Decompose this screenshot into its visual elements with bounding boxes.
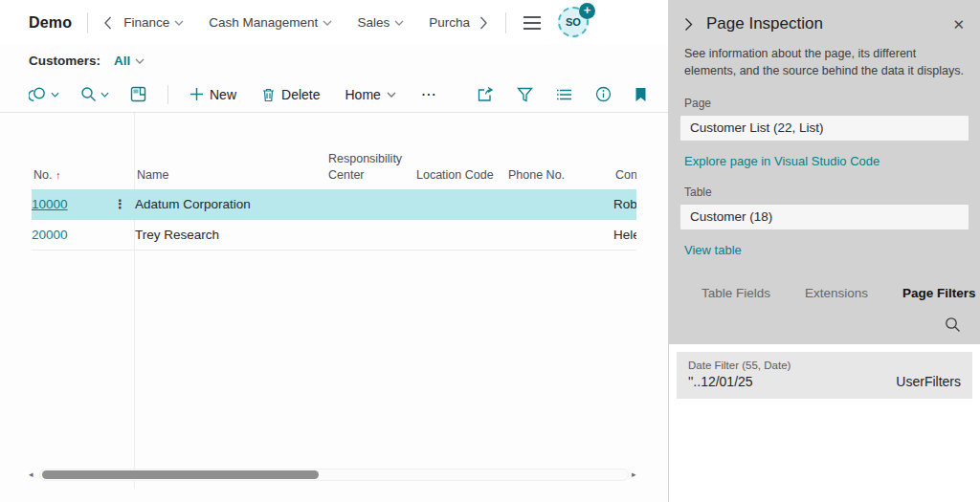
filter-source: UserFilters: [896, 374, 961, 389]
column-header-location-code[interactable]: Location Code: [416, 167, 508, 184]
views-menu-button[interactable]: [29, 86, 59, 103]
share-button[interactable]: [477, 86, 494, 102]
nav-item-finance[interactable]: Finance: [123, 15, 184, 30]
column-header-name[interactable]: Name: [137, 167, 328, 184]
table-row[interactable]: 10000 ⋮ Adatum Corporation Rob: [32, 189, 636, 220]
nav-label: Cash Management: [209, 15, 318, 30]
scrollbar-track[interactable]: [39, 469, 629, 481]
share-icon: [477, 86, 494, 102]
nav-label: Finance: [123, 15, 169, 30]
search-button[interactable]: [80, 86, 109, 102]
table-header-row: No. ↑ Name Responsibility Center Locatio…: [32, 113, 636, 189]
page-filters-list: Date Filter (55, Date) ''..12/01/25 User…: [669, 344, 980, 502]
scroll-left-arrow-icon[interactable]: ◂: [29, 470, 36, 479]
menu-icon[interactable]: [523, 16, 541, 30]
divider: [87, 12, 88, 33]
customer-no-link[interactable]: 20000: [32, 228, 68, 242]
trash-icon: [261, 87, 276, 102]
table-row[interactable]: 20000 Trey Research Hele: [32, 220, 636, 251]
company-name[interactable]: Demo: [29, 14, 72, 32]
filter-funnel-icon: [517, 87, 533, 102]
analyze-icon: [130, 86, 146, 102]
page-field-label: Page: [669, 79, 980, 110]
action-toolbar: New Delete Home ⋯: [0, 76, 668, 113]
new-button[interactable]: New: [189, 87, 236, 102]
column-header-no[interactable]: No. ↑: [33, 167, 116, 184]
main-nav: Finance Cash Management Sales: [123, 15, 470, 30]
column-header-phone-no[interactable]: Phone No.: [508, 167, 615, 184]
nav-item-purchasing[interactable]: Purcha: [429, 15, 470, 30]
list-icon: [556, 88, 572, 101]
chevron-down-icon: [323, 20, 332, 26]
scroll-right-arrow-icon[interactable]: ▸: [632, 470, 639, 479]
tab-extensions[interactable]: Extensions: [788, 282, 885, 304]
delete-button-label: Delete: [281, 87, 320, 102]
customer-name-cell[interactable]: Adatum Corporation: [135, 197, 326, 211]
nav-label: Purcha: [429, 15, 470, 30]
main-content: Demo Finance Cash Management: [0, 0, 669, 502]
column-header-responsibility-center[interactable]: Responsibility Center: [328, 151, 416, 184]
tab-table-fields[interactable]: Table Fields: [684, 282, 788, 304]
column-header-contact[interactable]: Cont: [615, 167, 636, 184]
page-field-value: Customer List (22, List): [680, 116, 969, 141]
page-inspection-panel: Page Inspection ✕ See information about …: [669, 0, 980, 502]
nav-label: Sales: [357, 15, 390, 30]
avatar-plus-badge[interactable]: +: [579, 3, 595, 19]
view-selector-label: All: [114, 54, 130, 68]
filter-button[interactable]: [517, 87, 533, 102]
home-menu-button[interactable]: Home: [345, 87, 395, 102]
table-field-label: Table: [669, 168, 980, 199]
inspection-tabs: Table Fields Extensions Page Filters: [684, 278, 965, 307]
page-caption: Customers:: [29, 54, 100, 68]
search-icon[interactable]: [945, 316, 961, 333]
nav-item-cash-management[interactable]: Cash Management: [209, 15, 332, 30]
analyze-button[interactable]: [130, 86, 146, 102]
home-button-label: Home: [345, 87, 380, 102]
delete-button[interactable]: Delete: [261, 87, 320, 102]
customer-list-grid: No. ↑ Name Responsibility Center Locatio…: [0, 113, 668, 502]
horizontal-scrollbar[interactable]: ◂ ▸: [29, 469, 639, 481]
nav-scroll-right-icon[interactable]: [479, 16, 488, 30]
collapse-panel-chevron-icon[interactable]: [684, 17, 693, 32]
bookmark-button[interactable]: [635, 87, 647, 102]
divider: [167, 85, 168, 104]
explore-page-link[interactable]: Explore page in Visual Studio Code: [669, 141, 980, 168]
contact-cell[interactable]: Hele: [613, 228, 636, 242]
tab-page-filters[interactable]: Page Filters: [885, 282, 980, 304]
nav-scroll-left-icon[interactable]: [103, 16, 112, 30]
close-panel-icon[interactable]: ✕: [952, 17, 965, 32]
scrollbar-thumb[interactable]: [42, 470, 319, 479]
filter-item[interactable]: Date Filter (55, Date) ''..12/01/25 User…: [677, 352, 972, 399]
chevron-down-icon: [387, 92, 396, 98]
contact-cell[interactable]: Rob: [613, 197, 636, 211]
user-avatar[interactable]: SO +: [558, 7, 590, 39]
info-button[interactable]: [595, 86, 612, 102]
filter-field-name: Date Filter (55, Date): [688, 360, 961, 371]
view-selector[interactable]: All: [114, 54, 145, 68]
chevron-down-icon: [100, 92, 109, 98]
chevron-down-icon: [174, 20, 184, 26]
new-button-label: New: [210, 87, 236, 102]
list-layout-button[interactable]: [556, 88, 572, 101]
column-header-label: No.: [33, 168, 52, 182]
customer-no-link[interactable]: 10000: [32, 197, 68, 211]
search-icon: [80, 86, 97, 102]
chevron-down-icon: [51, 92, 59, 98]
panel-title: Page Inspection: [706, 14, 939, 33]
table-field-value: Customer (18): [680, 205, 969, 229]
row-context-menu-icon[interactable]: ⋮: [114, 197, 126, 211]
info-icon: [595, 86, 612, 102]
frozen-column-divider: [134, 113, 135, 489]
divider: [505, 12, 506, 33]
sort-ascending-icon: ↑: [56, 169, 61, 181]
customer-name-cell[interactable]: Trey Research: [135, 228, 326, 242]
bookmark-icon: [635, 87, 647, 102]
panel-header: Page Inspection ✕: [669, 0, 980, 33]
filter-value: ''..12/01/25: [688, 374, 753, 389]
app-window: Demo Finance Cash Management: [0, 0, 980, 502]
more-options-button[interactable]: ⋯: [421, 85, 438, 103]
view-table-link[interactable]: View table: [669, 229, 980, 257]
top-navigation-bar: Demo Finance Cash Management: [0, 0, 668, 45]
chevron-down-icon: [394, 20, 404, 26]
nav-item-sales[interactable]: Sales: [357, 15, 404, 30]
